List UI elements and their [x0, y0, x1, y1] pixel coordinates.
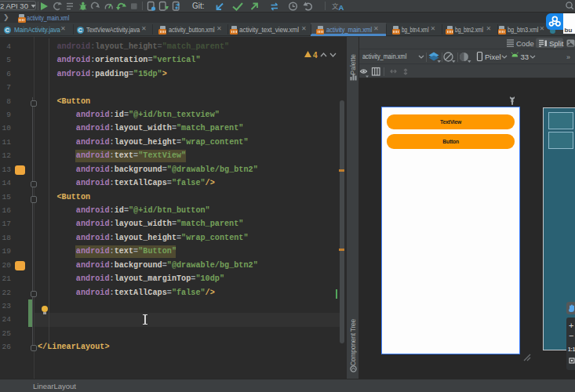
svg-text:4: 4: [313, 50, 318, 59]
svg-text:Split: Split: [549, 39, 564, 48]
svg-text:A: A: [339, 3, 344, 12]
svg-text:Git:: Git:: [192, 2, 205, 10]
svg-text:Code: Code: [516, 39, 534, 48]
svg-text:33: 33: [521, 53, 530, 61]
svg-text:Pixel: Pixel: [485, 53, 501, 61]
svg-text:»: »: [566, 53, 570, 60]
svg-text:2 API 30: 2 API 30: [0, 2, 28, 10]
